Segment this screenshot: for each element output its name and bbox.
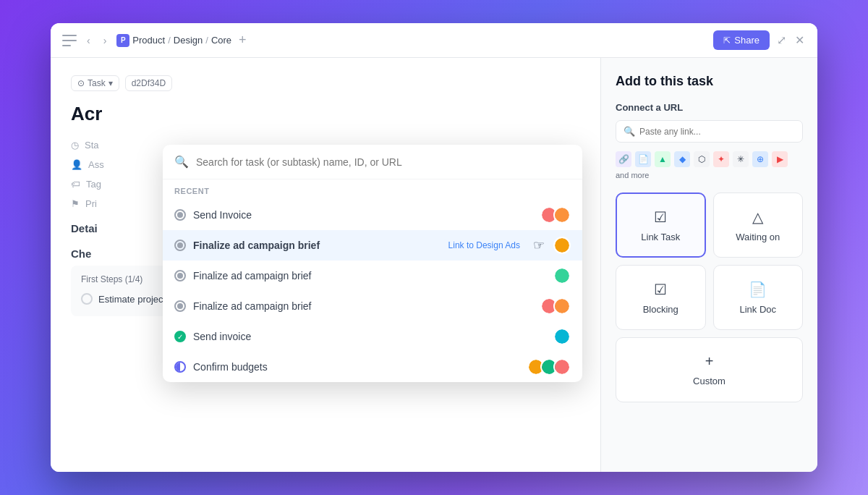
avatar [553,206,571,224]
youtube-icon[interactable]: ▶ [772,151,788,167]
recent-label: Recent [163,179,582,200]
task-name: Send Invoice [193,209,533,221]
breadcrumb: P Product / Design / Core + [116,33,706,48]
chrome-icon[interactable]: ⊕ [752,151,768,167]
avatars [553,267,571,284]
and-more-label: and more [616,171,649,179]
waiting-on-card[interactable]: △ Waiting on [713,192,804,258]
avatars [540,297,571,315]
breadcrumb-product[interactable]: Product [132,35,165,46]
page-title: Acr [71,103,580,125]
avatars [553,237,571,254]
status-dot-icon [174,240,186,251]
task-name: Confirm budgets [193,361,520,373]
left-panel: ⊙ Task ▾ d2Df34D Acr ◷ Sta 👤 Ass 🏷 Tag ⚑ [51,58,600,472]
priority-icon: ⚑ [71,198,80,209]
task-id: d2Df34D [125,75,172,91]
avatar [553,267,571,284]
dropbox-icon[interactable]: ◆ [674,151,690,167]
list-item[interactable]: Finalize ad campaign brief [163,261,582,291]
clickup-icon[interactable]: 🔗 [616,151,631,167]
custom-icon: + [705,353,714,370]
gdrive-icon[interactable]: ▲ [655,151,671,167]
figma-icon[interactable]: ✦ [713,151,729,167]
avatars [553,328,571,345]
breadcrumb-core[interactable]: Core [211,35,231,46]
task-name: Finalize ad campaign brief [193,300,533,312]
cursor-icon: ☞ [533,237,545,253]
search-icon: 🔍 [174,155,189,169]
avatars [527,358,571,376]
link-task-label: Link Task [641,232,680,242]
titlebar-actions: ⇱ Share ⤢ ✕ [713,30,806,50]
avatar [553,328,571,345]
search-input[interactable] [196,156,571,168]
breadcrumb-design[interactable]: Design [174,35,203,46]
link-to-badge: Link to Design Ads [443,239,526,252]
url-search-icon: 🔍 [624,126,635,137]
expand-icon[interactable]: ⤢ [775,32,788,48]
list-item[interactable]: ✓ Send invoice [163,321,582,352]
url-input-row: 🔍 [616,120,803,143]
action-grid: ☑ Link Task △ Waiting on ☑ Blocking 📄 Li… [616,192,803,402]
share-button[interactable]: ⇱ Share [713,30,770,50]
integration-icons: 🔗 📄 ▲ ◆ ⬡ ✦ ✳ ⊕ ▶ and more [616,151,803,179]
blocking-icon: ☑ [654,281,667,298]
list-item[interactable]: Finalize ad campaign brief Link to Desig… [163,230,582,261]
list-item[interactable]: Finalize ad campaign brief [163,291,582,321]
status-dot-icon [174,270,186,282]
project-icon: P [116,34,129,47]
avatars [540,206,571,224]
link-doc-card[interactable]: 📄 Link Doc [713,265,804,330]
task-name: Send invoice [193,331,546,342]
close-icon[interactable]: ✕ [793,32,806,48]
link-doc-icon: 📄 [749,281,767,298]
status-icon: ◷ [71,140,79,151]
right-panel-title: Add to this task [616,74,803,89]
status-dot-icon [174,300,186,312]
avatar [553,297,571,315]
list-item[interactable]: Send Invoice [163,200,582,230]
docs-icon[interactable]: 📄 [635,151,651,167]
tags-icon: 🏷 [71,179,80,190]
app-window: ‹ › P Product / Design / Core + ⇱ Share … [51,23,817,472]
assignee-icon: 👤 [71,159,82,170]
link-task-card[interactable]: ☑ Link Task [616,192,706,258]
blocking-label: Blocking [643,304,678,315]
sidebar-toggle-icon[interactable] [62,35,77,46]
link-task-icon: ☑ [654,208,667,226]
avatar [553,358,571,376]
task-badge[interactable]: ⊙ Task ▾ [71,75,119,91]
search-bar: 🔍 [163,145,582,179]
notion-icon[interactable]: ✳ [733,151,749,167]
share-icon: ⇱ [723,35,731,46]
task-search-dropdown: 🔍 Recent Send Invoice Finalize ad [163,145,582,382]
task-name: Finalize ad campaign brief [193,240,435,251]
github-icon[interactable]: ⬡ [694,151,710,167]
task-badge-chevron: ▾ [109,78,113,88]
task-name: Finalize ad campaign brief [193,270,546,282]
link-doc-label: Link Doc [739,304,776,315]
list-item[interactable]: Confirm budgets [163,352,582,382]
right-panel: Add to this task Connect a URL 🔍 🔗 📄 ▲ ◆… [600,58,817,472]
custom-card[interactable]: + Custom [616,337,803,402]
titlebar: ‹ › P Product / Design / Core + ⇱ Share … [51,23,817,58]
url-input[interactable] [639,127,795,137]
custom-label: Custom [693,376,726,386]
status-dot-icon [174,361,186,373]
main-content: ⊙ Task ▾ d2Df34D Acr ◷ Sta 👤 Ass 🏷 Tag ⚑ [51,58,817,472]
check-circle-icon[interactable] [81,293,93,305]
task-header-row: ⊙ Task ▾ d2Df34D [71,75,580,91]
add-breadcrumb-icon[interactable]: + [239,33,247,48]
avatar [553,237,571,254]
nav-back-icon[interactable]: ‹ [84,33,93,48]
status-dot-icon: ✓ [174,331,186,342]
blocking-card[interactable]: ☑ Blocking [616,265,706,330]
status-dot-icon [174,209,186,221]
connect-url-label: Connect a URL [616,102,803,113]
waiting-on-label: Waiting on [736,232,780,242]
task-icon: ⊙ [77,78,85,88]
waiting-on-icon: △ [752,208,763,226]
nav-forward-icon[interactable]: › [101,33,110,48]
